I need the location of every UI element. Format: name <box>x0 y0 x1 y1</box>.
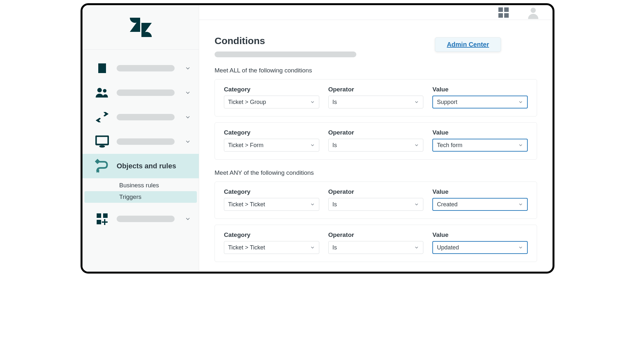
category-select[interactable]: Ticket > Ticket <box>224 241 319 254</box>
column-label-value: Value <box>432 129 528 136</box>
svg-rect-6 <box>97 213 101 218</box>
zendesk-logo-icon <box>129 18 152 37</box>
condition-card: Category Ticket > Form Operator Is <box>215 122 537 160</box>
products-grid-icon[interactable] <box>497 6 510 19</box>
sidebar-subitem-triggers[interactable]: Triggers <box>84 191 197 203</box>
sidebar-subitem-business-rules[interactable]: Business rules <box>84 180 197 191</box>
chevron-down-icon <box>310 99 315 105</box>
svg-rect-12 <box>504 13 509 18</box>
sidebar-item-apps[interactable] <box>82 207 199 231</box>
column-label-operator: Operator <box>328 86 424 93</box>
value-select[interactable]: Support <box>432 96 528 108</box>
column-label-category: Category <box>224 86 319 93</box>
sidebar-item-objects-and-rules[interactable]: Objects and rules <box>82 154 199 178</box>
chevron-down-icon <box>414 202 419 207</box>
any-conditions-group: Category Ticket > Ticket Operator Is <box>215 182 537 262</box>
user-avatar-icon[interactable] <box>527 6 540 19</box>
operator-select[interactable]: Is <box>328 241 424 254</box>
sidebar: Objects and rules Business rules Trigger… <box>82 5 199 272</box>
admin-center-link[interactable]: Admin Center <box>447 41 489 48</box>
category-select[interactable]: Ticket > Ticket <box>224 198 319 211</box>
apps-add-icon <box>94 213 110 225</box>
chevron-down-icon <box>518 99 523 105</box>
condition-card: Category Ticket > Ticket Operator Is <box>215 182 537 219</box>
sidebar-item-company[interactable] <box>82 56 199 80</box>
monitor-icon <box>94 135 110 148</box>
arrows-horizontal-icon <box>94 112 110 122</box>
sidebar-item-people[interactable] <box>82 80 199 105</box>
logo <box>82 5 199 50</box>
svg-point-13 <box>531 8 536 13</box>
chevron-down-icon <box>185 138 191 145</box>
column-label-category: Category <box>224 188 319 195</box>
app-window: Objects and rules Business rules Trigger… <box>81 3 554 274</box>
chevron-down-icon <box>185 65 191 71</box>
chevron-down-icon <box>414 99 419 105</box>
column-label-category: Category <box>224 129 319 136</box>
svg-point-0 <box>97 88 102 92</box>
chevron-down-icon <box>518 202 523 207</box>
svg-rect-10 <box>504 7 509 12</box>
chevron-down-icon <box>310 202 315 207</box>
svg-rect-4 <box>95 159 100 164</box>
svg-point-3 <box>99 145 105 148</box>
column-label-operator: Operator <box>328 129 424 136</box>
sidebar-sub-items: Business rules Triggers <box>82 178 199 207</box>
sidebar-nav: Objects and rules Business rules Trigger… <box>82 50 199 231</box>
sidebar-item-workspaces[interactable] <box>82 129 199 154</box>
chevron-down-icon <box>185 216 191 222</box>
topbar <box>199 5 553 20</box>
svg-rect-11 <box>498 13 503 18</box>
sidebar-item-label: Objects and rules <box>117 162 191 170</box>
condition-card: Category Ticket > Ticket Operator Is <box>215 225 537 262</box>
main-area: Admin Center Conditions Meet ALL of the … <box>199 5 553 272</box>
people-icon <box>94 87 110 98</box>
chevron-down-icon <box>310 245 315 250</box>
workflow-icon <box>94 159 110 173</box>
value-select[interactable]: Updated <box>432 241 528 254</box>
chevron-down-icon <box>414 245 419 250</box>
building-icon <box>94 62 110 74</box>
operator-select[interactable]: Is <box>328 139 424 152</box>
section-heading-all: Meet ALL of the following conditions <box>215 67 537 74</box>
operator-select[interactable]: Is <box>328 198 424 211</box>
description-placeholder <box>215 51 356 57</box>
condition-card: Category Ticket > Group Operator Is <box>215 79 537 117</box>
column-label-value: Value <box>432 231 528 238</box>
sidebar-item-channels[interactable] <box>82 105 199 129</box>
column-label-value: Value <box>432 188 528 195</box>
operator-select[interactable]: Is <box>328 96 424 108</box>
svg-point-1 <box>103 89 107 93</box>
column-label-category: Category <box>224 231 319 238</box>
column-label-operator: Operator <box>328 188 424 195</box>
svg-rect-8 <box>97 220 101 224</box>
chevron-down-icon <box>185 114 191 120</box>
category-select[interactable]: Ticket > Group <box>224 96 319 108</box>
column-label-operator: Operator <box>328 231 424 238</box>
chevron-down-icon <box>185 89 191 96</box>
section-heading-any: Meet ANY of the following conditions <box>215 169 537 176</box>
column-label-value: Value <box>432 86 528 93</box>
category-select[interactable]: Ticket > Form <box>224 139 319 152</box>
chevron-down-icon <box>518 245 523 250</box>
all-conditions-group: Category Ticket > Group Operator Is <box>215 79 537 160</box>
svg-rect-7 <box>103 213 108 218</box>
value-select[interactable]: Created <box>432 198 528 211</box>
admin-center-tooltip: Admin Center <box>435 37 501 52</box>
content: Conditions Meet ALL of the following con… <box>199 20 553 272</box>
value-select[interactable]: Tech form <box>432 139 528 152</box>
svg-rect-2 <box>96 136 108 145</box>
chevron-down-icon <box>310 143 315 148</box>
svg-rect-9 <box>498 7 503 12</box>
chevron-down-icon <box>414 143 419 148</box>
chevron-down-icon <box>518 143 523 148</box>
